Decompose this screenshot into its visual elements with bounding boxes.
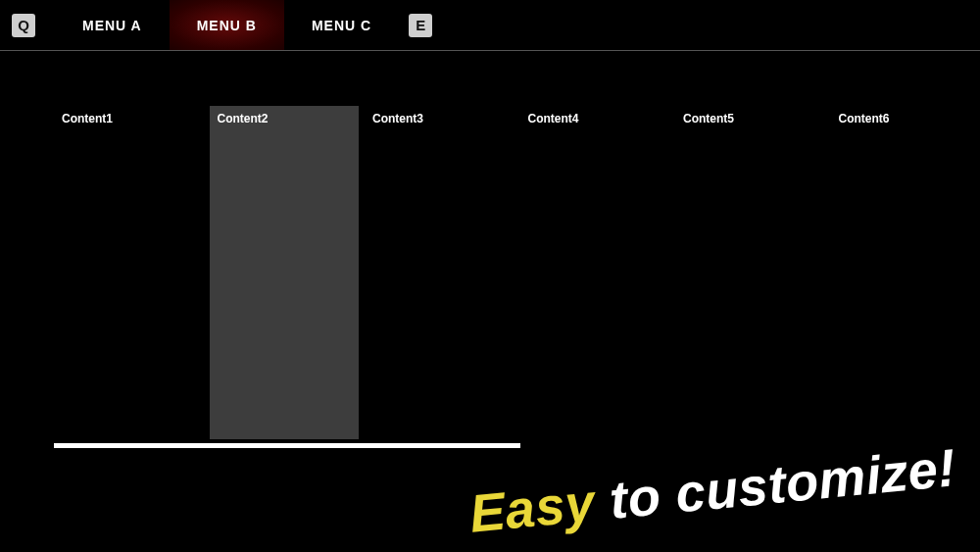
top-menu-bar: Q MENU A MENU B MENU C E xyxy=(0,0,980,51)
menu-tabs: MENU A MENU B MENU C xyxy=(55,0,399,50)
menu-tab-a[interactable]: MENU A xyxy=(55,0,170,50)
key-hint-left: Q xyxy=(12,14,35,37)
content-label: Content2 xyxy=(218,112,269,125)
content-card-2[interactable]: Content2 xyxy=(210,106,360,439)
content-label: Content4 xyxy=(528,112,579,125)
menu-tab-b[interactable]: MENU B xyxy=(170,0,284,50)
overlay-word1: Easy xyxy=(466,473,597,543)
menu-tab-c[interactable]: MENU C xyxy=(284,0,399,50)
key-hint-right: E xyxy=(409,14,432,37)
content-card-3[interactable]: Content3 xyxy=(365,106,514,439)
overlay-text: Easy to customize! xyxy=(466,436,958,543)
overlay-word2: to customize! xyxy=(592,437,958,530)
content-label: Content6 xyxy=(839,112,890,125)
scroll-indicator[interactable] xyxy=(54,443,520,448)
content-card-4[interactable]: Content4 xyxy=(520,106,670,439)
content-label: Content1 xyxy=(62,112,113,125)
content-card-1[interactable]: Content1 xyxy=(54,106,204,439)
content-label: Content3 xyxy=(372,112,423,125)
content-card-6[interactable]: Content6 xyxy=(831,106,981,439)
content-row: Content1 Content2 Content3 Content4 Cont… xyxy=(54,106,980,439)
content-card-5[interactable]: Content5 xyxy=(675,106,825,439)
content-label: Content5 xyxy=(683,112,734,125)
